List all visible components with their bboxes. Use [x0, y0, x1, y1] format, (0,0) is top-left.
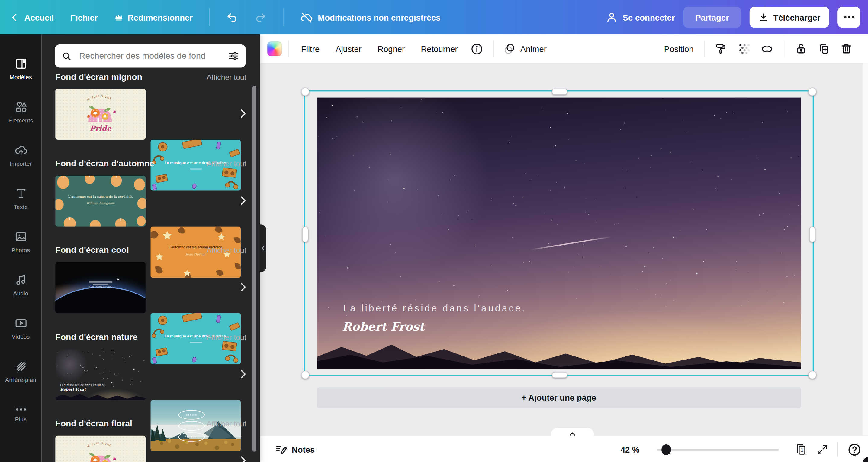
show-all-link[interactable]: Afficher tout [207, 333, 246, 341]
section-header: Fond d'écran floral Afficher tout [55, 417, 246, 429]
sidebar-item-elements[interactable]: Éléments [0, 92, 41, 132]
chevron-right-icon[interactable] [237, 107, 249, 121]
sidebar-label: Vidéos [12, 333, 30, 340]
resize-handle-ne[interactable] [808, 88, 816, 96]
lock-open-icon [795, 42, 807, 55]
resize-handle-se[interactable] [808, 371, 816, 379]
sidebar-item-plus[interactable]: Plus [0, 395, 41, 434]
resize-handle-s[interactable] [552, 372, 567, 378]
filter-sliders-icon[interactable] [228, 51, 239, 62]
template-thumb-pumpkins[interactable]: L'automne est la saison de la sérénité. … [55, 176, 146, 227]
thumb-art [118, 277, 120, 279]
save-status-label: Modifications non enregistrées [318, 12, 440, 22]
resize-button[interactable]: Redimensionner [115, 12, 193, 22]
resize-handle-nw[interactable] [301, 88, 309, 96]
login-button[interactable]: Se connecter [606, 11, 675, 23]
text-icon [14, 187, 28, 200]
section-title: Fond d'écran mignon [55, 72, 142, 82]
show-all-link[interactable]: Afficher tout [207, 420, 246, 428]
collapse-bottom-tab[interactable] [551, 428, 594, 437]
help-button[interactable] [847, 443, 861, 457]
notes-label: Notes [292, 445, 315, 454]
download-icon [758, 12, 768, 22]
show-all-link[interactable]: Afficher tout [207, 246, 246, 254]
chevron-right-icon[interactable] [237, 280, 249, 294]
canvas-scrollbar-track[interactable] [863, 63, 868, 436]
svg-text:1: 1 [800, 447, 803, 453]
ellipsis-icon [843, 16, 855, 19]
animate-button[interactable]: Animer [503, 42, 547, 55]
chevron-right-icon[interactable] [237, 194, 249, 208]
home-button[interactable]: Accueil [10, 12, 54, 22]
page-indicator[interactable]: 1 [794, 443, 807, 456]
zoom-slider[interactable] [657, 449, 779, 451]
crown-icon [115, 13, 123, 21]
sidebar-item-videos[interactable]: Vidéos [0, 308, 41, 348]
undo-icon [226, 11, 238, 23]
more-options-button[interactable] [837, 7, 860, 28]
duplicate-button[interactable] [817, 42, 830, 55]
section-header: Fond d'écran d'automne Afficher tout [55, 157, 246, 170]
file-menu[interactable]: Fichier [70, 12, 98, 22]
transparency-button[interactable] [738, 42, 750, 55]
sidebar-item-arriere-plan[interactable]: Arrière-plan [0, 351, 41, 391]
link-button[interactable] [761, 42, 773, 55]
resize-handle-n[interactable] [552, 89, 567, 95]
template-thumb-pride[interactable]: JE SUIS DIGNE DE Pride [55, 89, 146, 140]
section-title: Fond d'écran d'automne [55, 158, 154, 168]
canvas-area: La liberté réside dans l'audace. Robert … [260, 63, 868, 436]
thumb-row: NEIL ARMSTRONG [55, 262, 255, 313]
resize-handle-e[interactable] [809, 227, 815, 242]
background-stripes-icon [14, 360, 28, 373]
template-thumb-pride[interactable]: JE SUIS DIGNE DE Pride [55, 436, 146, 462]
download-label: Télécharger [773, 12, 820, 22]
zoom-slider-knob[interactable] [661, 444, 671, 455]
show-all-link[interactable]: Afficher tout [207, 160, 246, 168]
info-button[interactable] [470, 42, 483, 55]
download-button[interactable]: Télécharger [750, 7, 829, 28]
template-thumb-night-sky[interactable]: La liberté réside dans l'audace. Robert … [55, 349, 146, 400]
add-page-button[interactable]: + Ajouter une page [316, 387, 801, 408]
search-input[interactable] [78, 51, 222, 62]
section-title: Fond d'écran cool [55, 245, 129, 255]
sidebar-item-importer[interactable]: Importer [0, 135, 41, 175]
fullscreen-button[interactable] [817, 443, 828, 455]
design-page[interactable]: La liberté réside dans l'audace. Robert … [316, 98, 801, 369]
sidebar-label: Photos [11, 247, 30, 253]
sidebar-item-audio[interactable]: Audio [0, 265, 41, 305]
filter-button[interactable]: Filtre [301, 44, 319, 54]
adjust-button[interactable]: Ajuster [336, 44, 362, 54]
panel-scrollbar[interactable] [252, 86, 256, 452]
sidebar-item-photos[interactable]: Photos [0, 222, 41, 262]
page-quote-text[interactable]: La liberté réside dans l'audace. [343, 303, 526, 314]
chevron-right-icon[interactable] [237, 453, 249, 462]
thumb-row: L'automne est la saison de la sérénité. … [55, 176, 255, 227]
animate-label: Animer [520, 44, 547, 54]
chevron-right-icon[interactable] [237, 367, 249, 381]
flip-button[interactable]: Retourner [421, 44, 458, 54]
save-status[interactable]: Modifications non enregistrées [300, 11, 441, 24]
copy-style-button[interactable] [715, 42, 727, 55]
show-all-link[interactable]: Afficher tout [207, 73, 246, 81]
resize-handle-sw[interactable] [301, 371, 309, 379]
info-icon [470, 42, 483, 55]
more-dots-icon [14, 407, 28, 412]
redo-button[interactable] [255, 11, 266, 23]
resize-handle-w[interactable] [302, 227, 308, 242]
delete-button[interactable] [840, 42, 852, 55]
share-button[interactable]: Partager [683, 7, 741, 28]
position-button[interactable]: Position [664, 44, 694, 54]
crop-button[interactable]: Rogner [377, 44, 405, 54]
login-label: Se connecter [623, 12, 675, 22]
page-author-text[interactable]: Robert Frost [342, 320, 425, 334]
templates-panel: Fond d'écran mignon Afficher tout JE SUI… [41, 34, 260, 462]
notes-button[interactable]: Notes [275, 436, 315, 462]
file-label: Fichier [70, 12, 98, 22]
template-thumb-earth[interactable]: NEIL ARMSTRONG [55, 262, 146, 313]
sidebar-item-texte[interactable]: Texte [0, 178, 41, 218]
add-page-label: + Ajouter une page [522, 393, 596, 402]
undo-button[interactable] [226, 11, 238, 23]
lock-button[interactable] [795, 42, 807, 55]
color-swatch-button[interactable] [267, 41, 282, 56]
sidebar-item-modeles[interactable]: Modèles [0, 49, 41, 89]
